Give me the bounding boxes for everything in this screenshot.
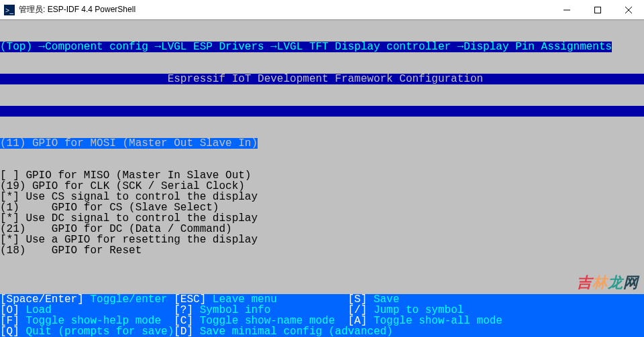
menu-item[interactable]: [*] Use CS signal to control the display xyxy=(0,192,258,202)
menu-item[interactable]: (21) GPIO for DC (Data / Command) xyxy=(0,224,232,234)
header-banner: Espressif IoT Development Framework Conf… xyxy=(0,74,644,84)
footer-hint: [F] Toggle show-help mode xyxy=(0,316,174,326)
menu-item[interactable]: [*] Use a GPIO for resetting the display xyxy=(0,234,258,245)
footer-hint: [S] Save xyxy=(348,294,400,305)
window-title: 管理员: ESP-IDF 4.4 PowerShell xyxy=(19,4,136,15)
footer-hint: [A] Toggle show-all mode xyxy=(348,316,502,326)
terminal-area[interactable]: (Top) →Component config →LVGL ESP Driver… xyxy=(0,20,644,337)
minimize-button[interactable] xyxy=(551,0,582,19)
menu-item-selected[interactable]: (11) GPIO for MOSI (Master Out Slave In) xyxy=(0,138,258,149)
window-titlebar: >_ 管理员: ESP-IDF 4.4 PowerShell xyxy=(0,0,644,20)
footer-hint: [D] Save minimal config (advanced) xyxy=(174,326,392,337)
close-button[interactable] xyxy=(613,0,644,19)
footer-hint: [O] Load xyxy=(0,305,174,316)
maximize-button[interactable] xyxy=(582,0,613,19)
footer-hint: [?] Symbol info xyxy=(174,305,347,316)
footer-hint: [C] Toggle show-name mode xyxy=(174,316,347,326)
breadcrumb: (Top) →Component config →LVGL ESP Driver… xyxy=(0,42,612,52)
header-banner-blank xyxy=(0,106,644,117)
powershell-icon: >_ xyxy=(4,5,15,15)
menu-item[interactable]: (1) GPIO for CS (Slave Select) xyxy=(0,202,219,213)
footer-hint: [Q] Quit (prompts for save) xyxy=(0,326,174,337)
menu-item[interactable]: (19) GPIO for CLK (SCK / Serial Clock) xyxy=(0,181,245,192)
footer-help: [Space/Enter] Toggle/enter [ESC] Leave m… xyxy=(0,294,644,337)
svg-rect-1 xyxy=(595,7,601,13)
menu-item[interactable]: (18) GPIO for Reset xyxy=(0,245,142,256)
menu-item[interactable]: [*] Use DC signal to control the display xyxy=(0,213,258,224)
footer-hint: [/] Jump to symbol xyxy=(348,305,464,316)
footer-hint: [Space/Enter] Toggle/enter xyxy=(0,294,174,305)
footer-hint: [ESC] Leave menu xyxy=(174,294,347,305)
menu-item[interactable]: [ ] GPIO for MISO (Master In Slave Out) xyxy=(0,170,251,181)
